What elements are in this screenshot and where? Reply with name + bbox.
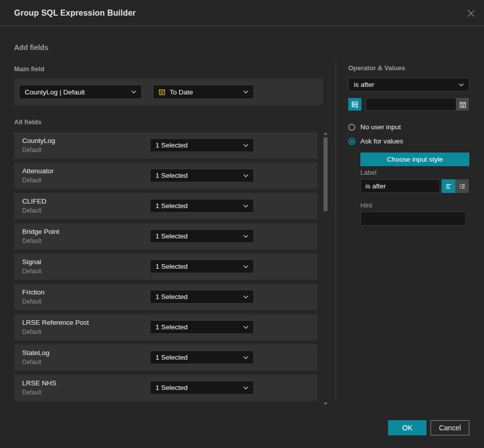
radio-selected-icon xyxy=(348,138,355,145)
field-name: CountyLog xyxy=(22,137,55,144)
selection-value: 1 Selected xyxy=(155,354,188,361)
field-type: Default xyxy=(22,207,41,214)
selection-value: 1 Selected xyxy=(155,263,188,270)
align-left-icon xyxy=(445,183,452,190)
input-type-button[interactable] xyxy=(348,98,361,111)
field-type: Default xyxy=(22,268,41,275)
chevron-down-icon xyxy=(243,205,248,208)
field-row-countylog: CountyLog Default 1 Selected xyxy=(14,132,317,159)
selection-value: 1 Selected xyxy=(155,172,188,179)
chevron-down-icon xyxy=(243,174,248,177)
radio-ask-for-values[interactable]: Ask for values xyxy=(348,137,403,145)
radio-circle-icon xyxy=(348,124,355,131)
selection-value: 1 Selected xyxy=(155,293,188,301)
close-icon xyxy=(466,9,476,18)
field-name: LRSE NHS xyxy=(22,379,57,387)
chevron-down-icon xyxy=(243,295,248,298)
field-row-lrse-reference-post: LRSE Reference Post Default 1 Selected xyxy=(14,314,317,340)
field-name: Bridge Point xyxy=(22,228,60,235)
value-calendar-button[interactable] xyxy=(456,98,469,111)
field-row-attenuator: Attenuator Default 1 Selected xyxy=(14,163,317,189)
chevron-down-icon xyxy=(243,326,248,329)
chevron-down-icon xyxy=(243,356,248,359)
field-type: Default xyxy=(22,237,41,244)
chevron-down-icon xyxy=(459,83,464,86)
hint-field-label: Hint xyxy=(360,202,372,209)
field-type: Default xyxy=(22,359,41,366)
field-type: Default xyxy=(22,146,41,154)
selection-value: 1 Selected xyxy=(155,384,188,391)
field-selection-dropdown[interactable]: 1 Selected xyxy=(150,320,254,334)
chevron-down-icon xyxy=(243,144,248,147)
field-selection-dropdown[interactable]: 1 Selected xyxy=(150,260,254,273)
all-fields-label: All fields xyxy=(14,118,41,126)
field-type: Default xyxy=(22,389,41,396)
main-field-dropdown[interactable]: CountyLog | Default xyxy=(19,85,142,99)
field-selection-dropdown[interactable]: 1 Selected xyxy=(150,290,254,304)
hint-input[interactable] xyxy=(360,212,466,226)
chevron-down-icon xyxy=(243,386,248,389)
main-field-dropdown-value: CountyLog | Default xyxy=(25,88,85,96)
text-input-style-button[interactable] xyxy=(442,179,455,193)
radio-no-user-input[interactable]: No user input xyxy=(348,123,401,131)
field-selection-dropdown[interactable]: 1 Selected xyxy=(150,229,254,243)
bullet-list-icon xyxy=(459,183,466,190)
scrollbar-thumb[interactable] xyxy=(324,137,328,211)
chevron-down-icon xyxy=(243,265,248,268)
add-fields-heading: Add fields xyxy=(14,43,48,52)
field-row-lrse-nhs: LRSE NHS Default 1 Selected xyxy=(14,375,317,401)
close-button[interactable] xyxy=(465,7,477,19)
field-type: Default xyxy=(22,298,41,305)
radio-label: No user input xyxy=(360,123,401,131)
chevron-down-icon xyxy=(243,235,248,238)
field-name: Signal xyxy=(22,258,41,266)
operator-values-heading: Operator & Values xyxy=(348,64,405,72)
field-row-statelog: StateLog Default 1 Selected xyxy=(14,344,317,371)
operator-value: is after xyxy=(354,81,374,88)
date-type-dropdown-value: To Date xyxy=(170,88,193,96)
value-input[interactable] xyxy=(366,98,456,111)
selection-value: 1 Selected xyxy=(155,232,188,240)
list-input-style-button[interactable] xyxy=(455,179,469,193)
chevron-down-icon xyxy=(243,90,248,93)
field-name: StateLog xyxy=(22,349,49,357)
main-field-label: Main field xyxy=(14,65,44,73)
field-selection-dropdown[interactable]: 1 Selected xyxy=(150,351,254,364)
all-fields-list: CountyLog Default 1 Selected Attenuator … xyxy=(14,132,317,405)
field-name: LRSE Reference Post xyxy=(22,319,89,326)
field-row-clifed: CLIFED Default 1 Selected xyxy=(14,193,317,219)
ok-button[interactable]: OK xyxy=(388,420,426,435)
field-selection-dropdown[interactable]: 1 Selected xyxy=(150,138,254,152)
label-field-label: Label xyxy=(360,169,377,176)
main-field-panel: CountyLog | Default To Date xyxy=(14,79,323,105)
field-type: Default xyxy=(22,328,41,335)
date-type-dropdown[interactable]: To Date xyxy=(153,85,254,99)
dialog-title: Group SQL Expression Builder xyxy=(14,0,136,26)
field-name: Attenuator xyxy=(22,167,53,175)
input-type-stack-icon xyxy=(351,101,359,109)
radio-label: Ask for values xyxy=(360,137,403,145)
selection-value: 1 Selected xyxy=(155,141,188,149)
field-type: Default xyxy=(22,177,41,184)
dialog-header: Group SQL Expression Builder xyxy=(0,0,484,26)
vertical-scrollbar[interactable] xyxy=(323,130,328,406)
selection-value: 1 Selected xyxy=(155,323,188,331)
selection-value: 1 Selected xyxy=(155,202,188,210)
field-selection-dropdown[interactable]: 1 Selected xyxy=(150,381,254,394)
calendar-icon xyxy=(459,101,466,108)
field-name: CLIFED xyxy=(22,197,46,205)
calendar-icon xyxy=(158,88,166,95)
field-selection-dropdown[interactable]: 1 Selected xyxy=(150,169,254,182)
field-name: Friction xyxy=(22,288,44,296)
cancel-button[interactable]: Cancel xyxy=(431,420,469,435)
field-selection-dropdown[interactable]: 1 Selected xyxy=(150,199,254,213)
field-row-bridge-point: Bridge Point Default 1 Selected xyxy=(14,223,317,250)
panel-divider xyxy=(336,62,336,399)
scroll-down-arrow[interactable] xyxy=(324,403,328,405)
scroll-up-arrow[interactable] xyxy=(324,132,328,135)
choose-input-style-button[interactable]: Choose input style xyxy=(360,153,469,166)
operator-dropdown[interactable]: is after xyxy=(348,78,469,91)
chevron-down-icon xyxy=(131,90,136,93)
field-row-friction: Friction Default 1 Selected xyxy=(14,284,317,310)
label-input[interactable] xyxy=(360,179,440,193)
